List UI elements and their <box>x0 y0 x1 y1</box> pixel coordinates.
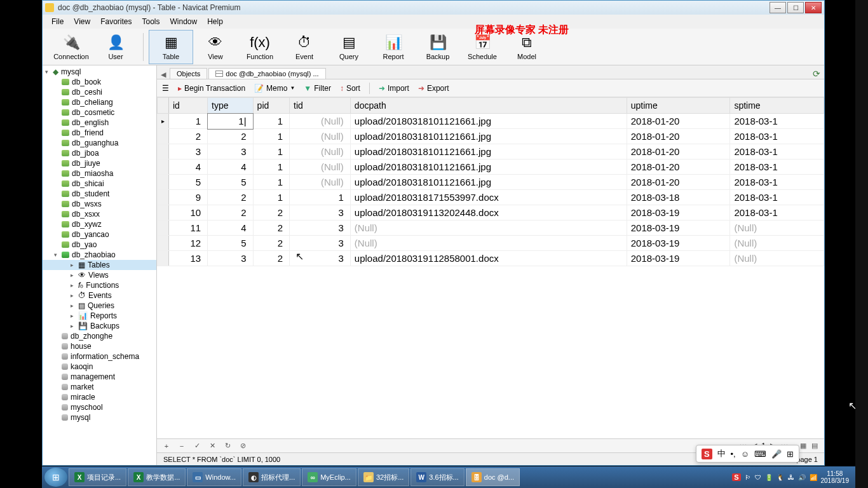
cell-tid[interactable]: 3 <box>290 251 351 266</box>
sort-button[interactable]: ↕Sort <box>340 84 360 93</box>
cell-docpath[interactable]: upload/20180318171553997.docx <box>350 190 627 205</box>
cell-sptime[interactable]: 2018-03-1 <box>730 190 824 205</box>
tray-clock[interactable]: 11:58 2018/3/19 <box>821 470 850 484</box>
cell-type[interactable]: 5 <box>208 236 254 251</box>
toolbar-query-button[interactable]: ▤Query <box>327 30 371 64</box>
taskbar-item[interactable]: ▭Window... <box>187 468 241 486</box>
tree-db-db_miaosha[interactable]: db_miaosha <box>43 168 156 179</box>
row-handle[interactable] <box>158 190 169 205</box>
stop-button[interactable]: ⊘ <box>238 442 247 450</box>
table-row[interactable]: 331(Null)upload/20180318101121661.jpg201… <box>158 144 824 159</box>
cell-type[interactable]: 5 <box>208 175 254 190</box>
cell-uptime[interactable]: 2018-03-19 <box>627 220 730 236</box>
cell-tid[interactable]: 3 <box>290 220 351 236</box>
system-tray[interactable]: S 🏳 🛡 🔋 🐧 🖧 🔊 📶 11:58 2018/3/19 <box>732 470 853 484</box>
row-handle[interactable] <box>158 129 169 144</box>
tray-penguin-icon[interactable]: 🐧 <box>776 474 784 481</box>
toolbar-backup-button[interactable]: 💾Backup <box>416 30 460 64</box>
cell-id[interactable]: 10 <box>169 205 208 220</box>
cell-type[interactable]: 2 <box>208 205 254 220</box>
cell-tid[interactable]: (Null) <box>290 175 351 190</box>
tree-db-db_yao[interactable]: db_yao <box>43 240 156 250</box>
cell-uptime[interactable]: 2018-01-20 <box>627 144 730 159</box>
cell-docpath[interactable]: (Null) <box>350 220 627 236</box>
cell-id[interactable]: 1 <box>169 114 208 129</box>
cell-id[interactable]: 9 <box>169 190 208 205</box>
tray-wifi-icon[interactable]: 📶 <box>810 474 817 481</box>
cell-pid[interactable]: 1 <box>253 144 289 159</box>
tree-db-db_student[interactable]: db_student <box>43 189 156 199</box>
cell-tid[interactable]: (Null) <box>290 129 351 144</box>
tree-db-db_jiuye[interactable]: db_jiuye <box>43 158 156 168</box>
col-type[interactable]: type <box>208 98 254 114</box>
titlebar[interactable]: doc @db_zhaobiao (mysql) - Table - Navic… <box>43 1 824 15</box>
tray-network-icon[interactable]: 🖧 <box>788 474 794 481</box>
new-tab-icon[interactable]: ⟳ <box>813 69 820 79</box>
ime-popup[interactable]: S 中 •, ☺ ⌨ 🎤 ⊞ <box>696 445 799 463</box>
cell-sptime[interactable]: 2018-03-1 <box>730 144 824 159</box>
cell-pid[interactable]: 2 <box>253 205 289 220</box>
tray-battery-icon[interactable]: 🔋 <box>765 474 773 481</box>
tree-db-db_english[interactable]: db_english <box>43 118 156 128</box>
tree-db-market[interactable]: market <box>43 382 156 392</box>
refresh-button[interactable]: ↻ <box>223 442 232 450</box>
tray-ime-icon[interactable]: S <box>732 473 740 481</box>
toolbar-schedule-button[interactable]: 📅Schedule <box>460 30 505 64</box>
cell-sptime[interactable]: 2018-03-1 <box>730 129 824 144</box>
menu-file[interactable]: File <box>46 16 69 27</box>
cell-tid[interactable]: (Null) <box>290 114 351 129</box>
data-grid[interactable]: idtypepidtiddocpathuptimesptime▸11|1(Nul… <box>157 97 824 438</box>
toolbar-connection-button[interactable]: 🔌Connection <box>49 30 93 64</box>
tray-volume-icon[interactable]: 🔊 <box>798 474 806 481</box>
import-button[interactable]: ➜Import <box>379 84 409 93</box>
ime-cn[interactable]: 中 <box>717 448 726 459</box>
tree-db-house[interactable]: house <box>43 341 156 351</box>
tree-db-db_xywz[interactable]: db_xywz <box>43 219 156 229</box>
col-uptime[interactable]: uptime <box>627 98 730 114</box>
cell-type[interactable]: 2 <box>208 190 254 205</box>
cell-sptime[interactable]: 2018-03-1 <box>730 205 824 220</box>
cell-type[interactable]: 4 <box>208 220 254 236</box>
ime-emoji-icon[interactable]: ☺ <box>741 449 749 459</box>
table-row[interactable]: 221(Null)upload/20180318101121661.jpg201… <box>158 129 824 144</box>
menu-view[interactable]: View <box>69 16 95 27</box>
toolbar-user-button[interactable]: 👤User <box>93 30 138 64</box>
cell-docpath[interactable]: upload/20180319113202448.docx <box>350 205 627 220</box>
maximize-button[interactable]: ☐ <box>787 2 804 13</box>
tab-current-table[interactable]: doc @db_zhaobiao (mysql) ... <box>208 68 325 79</box>
table-row[interactable]: 12523(Null)2018-03-19(Null) <box>158 236 824 251</box>
grid-view-button[interactable]: ▦ <box>799 442 808 450</box>
tab-scroll-left[interactable]: ◀ <box>161 71 168 79</box>
cell-docpath[interactable]: upload/20180318101121661.jpg <box>350 144 627 159</box>
cell-pid[interactable]: 2 <box>253 251 289 266</box>
cell-docpath[interactable]: (Null) <box>350 236 627 251</box>
tree-db-db_wsxs[interactable]: db_wsxs <box>43 199 156 209</box>
taskbar-item[interactable]: 📁32招标... <box>358 468 409 486</box>
cell-type[interactable]: 1| <box>208 114 254 129</box>
col-pid[interactable]: pid <box>253 98 289 114</box>
taskbar-item[interactable]: ∞MyEclip... <box>302 468 356 486</box>
toolbar-report-button[interactable]: 📊Report <box>371 30 416 64</box>
col-id[interactable]: id <box>169 98 208 114</box>
tab-objects[interactable]: Objects <box>170 68 207 79</box>
tree-db-db_zhaobiao[interactable]: ▾ db_zhaobiao <box>43 250 156 260</box>
tray-flag-icon[interactable]: 🏳 <box>745 474 751 481</box>
ime-s-icon[interactable]: S <box>702 449 712 459</box>
cell-id[interactable]: 13 <box>169 251 208 266</box>
cell-id[interactable]: 12 <box>169 236 208 251</box>
cell-id[interactable]: 11 <box>169 220 208 236</box>
tree-db-db_ceshi[interactable]: db_ceshi <box>43 87 156 97</box>
cell-uptime[interactable]: 2018-01-20 <box>627 114 730 129</box>
memo-button[interactable]: 📝Memo▼ <box>254 84 295 93</box>
cell-sptime[interactable]: (Null) <box>730 236 824 251</box>
table-row[interactable]: ▸11|1(Null)upload/20180318101121661.jpg2… <box>158 114 824 129</box>
cell-docpath[interactable]: upload/20180319112858001.docx <box>350 251 627 266</box>
cell-tid[interactable]: (Null) <box>290 159 351 175</box>
table-row[interactable]: 9211upload/20180318171553997.docx2018-03… <box>158 190 824 205</box>
cell-sptime[interactable]: 2018-03-1 <box>730 175 824 190</box>
cell-pid[interactable]: 2 <box>253 220 289 236</box>
cell-pid[interactable]: 1 <box>253 159 289 175</box>
ime-grid-icon[interactable]: ⊞ <box>787 449 794 459</box>
cell-type[interactable]: 3 <box>208 144 254 159</box>
start-button[interactable]: ⊞ <box>44 468 67 487</box>
